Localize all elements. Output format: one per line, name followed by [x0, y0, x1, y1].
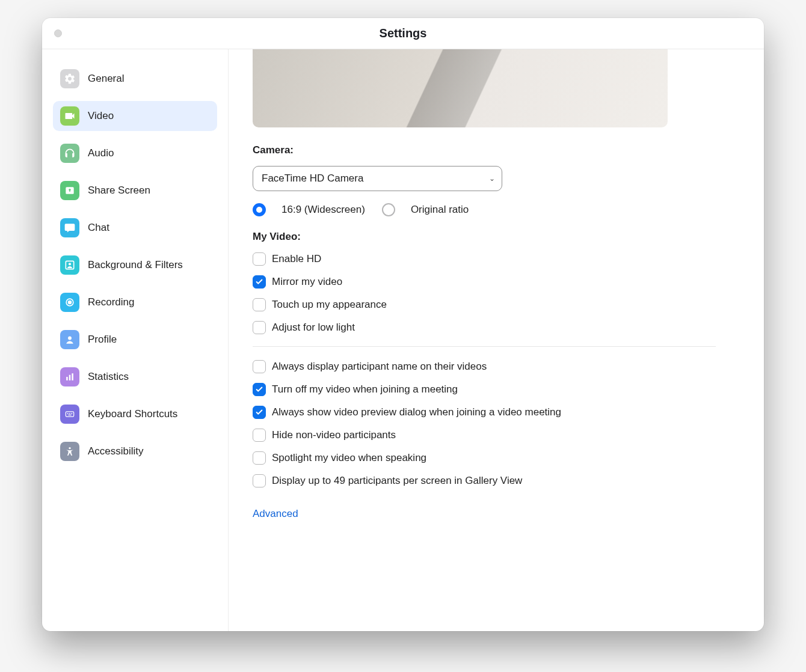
checkbox-icon [253, 252, 266, 266]
sidebar-item-video[interactable]: Video [53, 101, 217, 131]
divider [253, 346, 716, 347]
chat-bubble-icon [60, 218, 79, 237]
sidebar-item-label: Share Screen [88, 185, 150, 197]
sidebar-item-label: Audio [88, 147, 114, 159]
svg-rect-13 [69, 415, 72, 415]
share-screen-icon [60, 181, 79, 200]
main-panel: Camera: FaceTime HD Camera ⌄ 16:9 (Wides… [229, 49, 764, 631]
svg-rect-10 [67, 413, 69, 414]
bar-chart-icon [60, 367, 79, 386]
checkbox-label: Mirror my video [272, 276, 342, 288]
sidebar-item-label: Recording [88, 296, 135, 308]
checkbox-icon [253, 406, 266, 419]
accessibility-icon [60, 442, 79, 461]
checkbox-49-participants[interactable]: Display up to 49 participants per screen… [253, 474, 740, 487]
checkbox-icon [253, 275, 266, 289]
svg-point-5 [68, 337, 72, 340]
sidebar-item-background-filters[interactable]: Background & Filters [53, 250, 217, 280]
svg-rect-7 [69, 375, 71, 380]
checkbox-icon [253, 429, 266, 442]
titlebar: Settings [42, 18, 764, 49]
checkbox-icon [253, 360, 266, 373]
sidebar-item-label: Video [88, 110, 114, 122]
sidebar-item-recording[interactable]: Recording [53, 287, 217, 317]
keyboard-icon [60, 405, 79, 424]
checkbox-label: Spotlight my video when speaking [272, 452, 426, 464]
camera-select[interactable]: FaceTime HD Camera [253, 166, 502, 191]
window-title: Settings [42, 26, 764, 40]
checkbox-adjust-low-light[interactable]: Adjust for low light [253, 321, 740, 334]
checkbox-touch-up-appearance[interactable]: Touch up my appearance [253, 298, 740, 311]
radio-label: Original ratio [411, 204, 469, 216]
sidebar-item-statistics[interactable]: Statistics [53, 362, 217, 392]
sidebar-item-label: Statistics [88, 371, 129, 383]
radio-label: 16:9 (Widescreen) [281, 204, 365, 216]
advanced-link[interactable]: Advanced [253, 508, 298, 520]
sidebar-item-share-screen[interactable]: Share Screen [53, 176, 217, 206]
checkbox-icon [253, 474, 266, 487]
gear-icon [60, 69, 79, 88]
svg-rect-6 [66, 377, 68, 380]
sidebar-item-label: Profile [88, 334, 117, 346]
checkbox-label: Display up to 49 participants per screen… [272, 475, 522, 487]
sidebar-item-label: Keyboard Shortcuts [88, 408, 177, 420]
checkbox-display-participant-name[interactable]: Always display participant name on their… [253, 360, 740, 373]
svg-rect-11 [69, 413, 70, 414]
sidebar: General Video Audio Share Screen [42, 49, 229, 631]
camera-preview [253, 49, 668, 127]
checkbox-show-preview-dialog[interactable]: Always show video preview dialog when jo… [253, 406, 740, 419]
sidebar-item-profile[interactable]: Profile [53, 325, 217, 355]
checkbox-hide-non-video[interactable]: Hide non-video participants [253, 429, 740, 442]
checkbox-icon [253, 298, 266, 311]
sidebar-item-label: Background & Filters [88, 259, 183, 271]
radio-icon [253, 203, 266, 216]
headphones-icon [60, 144, 79, 163]
sidebar-item-chat[interactable]: Chat [53, 213, 217, 243]
checkbox-spotlight-speaking[interactable]: Spotlight my video when speaking [253, 451, 740, 465]
checkbox-turn-off-video-joining[interactable]: Turn off my video when joining a meeting [253, 383, 740, 396]
camera-section-label: Camera: [253, 144, 740, 156]
user-icon [60, 330, 79, 349]
checkbox-mirror-video[interactable]: Mirror my video [253, 275, 740, 289]
sidebar-item-label: Accessibility [88, 445, 144, 457]
video-camera-icon [60, 106, 79, 126]
checkbox-label: Hide non-video participants [272, 429, 396, 441]
person-frame-icon [60, 255, 79, 275]
my-video-section-label: My Video: [253, 231, 740, 243]
settings-window: Settings General Video Audio [42, 18, 764, 631]
checkbox-label: Turn off my video when joining a meeting [272, 383, 458, 396]
aspect-ratio-radio-original[interactable]: Original ratio [382, 203, 469, 216]
checkbox-icon [253, 383, 266, 396]
checkbox-enable-hd[interactable]: Enable HD [253, 252, 740, 266]
window-body: General Video Audio Share Screen [42, 49, 764, 631]
checkbox-icon [253, 321, 266, 334]
checkbox-label: Adjust for low light [272, 322, 355, 334]
svg-point-2 [69, 263, 71, 265]
sidebar-item-label: Chat [88, 222, 109, 234]
checkbox-label: Touch up my appearance [272, 299, 387, 311]
checkbox-icon [253, 451, 266, 465]
sidebar-item-general[interactable]: General [53, 64, 217, 94]
camera-select-wrap: FaceTime HD Camera ⌄ [253, 166, 502, 191]
svg-point-4 [69, 301, 72, 304]
record-target-icon [60, 293, 79, 312]
checkbox-label: Always show video preview dialog when jo… [272, 406, 561, 418]
checkbox-label: Enable HD [272, 253, 321, 265]
svg-rect-12 [72, 413, 73, 414]
aspect-ratio-radio-widescreen[interactable]: 16:9 (Widescreen) [253, 203, 365, 216]
checkbox-label: Always display participant name on their… [272, 361, 487, 373]
svg-point-14 [69, 447, 70, 449]
sidebar-item-keyboard-shortcuts[interactable]: Keyboard Shortcuts [53, 399, 217, 429]
svg-rect-8 [72, 373, 73, 380]
sidebar-item-accessibility[interactable]: Accessibility [53, 436, 217, 466]
radio-icon [382, 203, 395, 216]
sidebar-item-audio[interactable]: Audio [53, 138, 217, 168]
window-control-dot[interactable] [54, 29, 62, 37]
sidebar-item-label: General [88, 73, 124, 85]
